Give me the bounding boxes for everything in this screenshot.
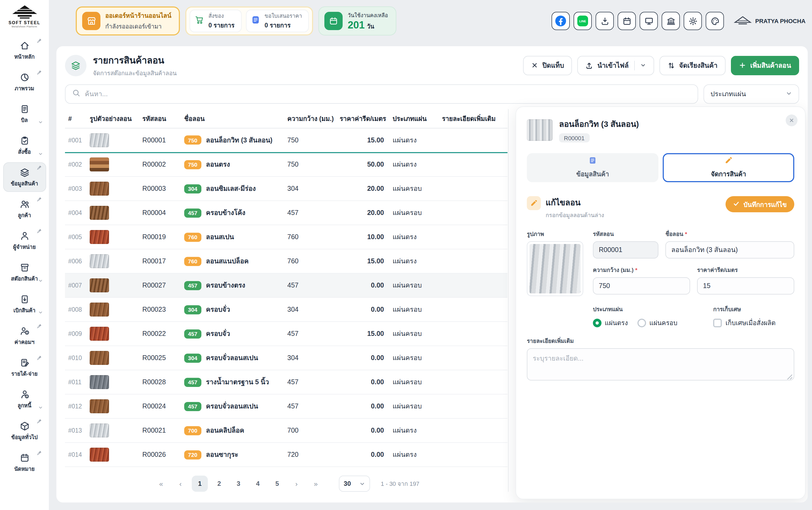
required-mark: * [685,231,687,237]
scrap-checkbox[interactable]: เก็บเศษเมื่อสั่งผลิต [713,318,776,328]
stock-icon [19,262,30,273]
table-row[interactable]: #009R00022457ครอบจั่ว45715.00แผ่นครอบ [65,322,508,346]
search-input[interactable] [85,90,691,98]
close-panel-button[interactable] [786,114,798,126]
pin-icon[interactable] [37,70,41,75]
product-details [439,176,508,201]
sort-products-button[interactable]: จัดเรียงสินค้า [659,56,725,75]
quotation-card[interactable]: ขอใบเสนอราคา 0 รายการ [246,10,309,32]
sidebar-item-stock[interactable]: สต๊อกสินค้า [3,257,46,287]
table-row[interactable]: #012R00024457ครอบจั่วลอนสเปน4570.00แผ่นค… [65,394,508,418]
table-row[interactable]: #001R00001750ลอนล็อกวิท (3 สันลอน)75015.… [65,128,508,152]
pin-icon[interactable] [37,228,41,233]
table-row[interactable]: #006R00017760ลอนสแนปล็อค76015.00แผ่นตรง [65,249,508,273]
sheet-type-radio-2[interactable]: แผ่นครอบ [637,318,678,328]
chevron-down-icon[interactable] [640,62,646,68]
storefront-icon [82,12,100,30]
days-remaining-card: วันใช้งานคงเหลือ 201 วัน [319,6,396,35]
product-image-preview[interactable] [527,241,583,296]
pin-icon[interactable] [37,419,41,423]
previous-page-button[interactable]: ‹ [172,476,188,492]
product-code: R00026 [139,443,181,467]
page-button[interactable]: 3 [231,476,246,492]
product-price: 50.00 [331,152,389,176]
facebook-button[interactable] [552,12,570,30]
search-box[interactable] [65,84,698,104]
sidebar-item-customers[interactable]: ลูกค้า [3,194,46,224]
user-name: PRATYA PHOCHA [755,18,806,24]
theme-button[interactable] [706,12,724,30]
online-orders-subtitle: กำลังรอออเดอร์เข้ามา [105,22,171,31]
details-field: รายละเอียดเพิ่มเติม [527,336,794,382]
pin-icon[interactable] [37,38,41,43]
add-product-button[interactable]: เพิ่มสินค้าลอน [731,56,799,75]
settings-button[interactable] [684,12,702,30]
pin-icon[interactable] [37,450,41,455]
last-page-button[interactable]: » [308,476,324,492]
resize-handle-icon[interactable] [787,374,792,379]
monitor-button[interactable] [640,12,658,30]
sidebar-item-bills[interactable]: บิล [3,99,46,129]
sidebar-item-home[interactable]: หน้าหลัก [3,35,46,65]
pin-icon[interactable] [37,197,41,201]
table-row[interactable]: #002R00002750ลอนตรง75050.00แผ่นตรง [65,152,508,176]
pin-icon[interactable] [37,165,41,170]
calendar-button[interactable] [618,12,636,30]
sidebar-item-commission[interactable]: $ค่าคอมฯ [3,321,46,350]
product-code: R00003 [139,176,181,201]
table-row[interactable]: #003R00003304ลอนซิมเลส-มีร่อง30420.00แผ่… [65,176,508,201]
product-type: แผ่นตรง [389,249,439,273]
page-button[interactable]: 2 [211,476,227,492]
line-button[interactable]: LINE [574,12,592,30]
document-icon [589,157,597,167]
sidebar-item-suppliers[interactable]: ผู้จำหน่าย [3,226,46,255]
user-chip[interactable]: PRATYA PHOCHA [734,15,806,27]
sheet-type-radio-1[interactable]: แผ่นตรง [593,318,628,328]
table-row[interactable]: #008R00023304ครอบจั่ว3040.00แผ่นครอบ [65,298,508,322]
sidebar-item-purchase[interactable]: สั่งซื้อ [3,131,46,160]
row-number: #005 [65,225,87,249]
table-row[interactable]: #005R00019760ลอนสเปน76010.00แผ่นตรง [65,225,508,249]
pin-icon[interactable] [37,323,41,328]
sidebar-item-withdraw[interactable]: เบิกสินค้า [3,289,46,319]
download-button[interactable] [596,12,614,30]
table-row[interactable]: #011R00028457รางน้ำมาตรฐาน 5 นิ้ว4570.00… [65,370,508,394]
sheet-type-filter[interactable]: ประเภทแผ่น [703,84,799,104]
table-row[interactable]: #010R00025304ครอบจั่วลอนสเปน3040.00แผ่นค… [65,346,508,370]
sidebar-item-debtors[interactable]: $ลูกหนี้ [3,384,46,414]
quotation-doc-icon [250,15,260,27]
next-page-button[interactable]: › [289,476,304,492]
page-button[interactable]: 4 [250,476,266,492]
sidebar-item-overview[interactable]: ภาพรวม [3,67,46,97]
first-page-button[interactable]: « [153,476,169,492]
sidebar-item-general-info[interactable]: ข้อมูลทั่วไป [3,416,46,446]
page-size-select[interactable]: 30 [339,476,370,492]
table-row[interactable]: #007R00027457ครอบข้างตรง4570.00แผ่นครอบ [65,273,508,298]
table-row[interactable]: #013R00021700ลอนคลิปล็อค7000.00แผ่นตรง [65,418,508,443]
purchase-orders-card[interactable]: สั่งของ 0 รายการ [189,10,241,32]
tab-manage-product[interactable]: จัดการสินค้า [663,153,794,182]
tab-product-info[interactable]: ข้อมูลสินค้า [527,153,658,182]
table-row[interactable]: #014R00026720ลอนซากุระ7200.00แผ่นตรง [65,443,508,467]
name-input[interactable] [665,241,794,258]
table-row[interactable]: #004R00004457ครอบข้างโค้ง45720.00แผ่นครอ… [65,201,508,225]
close-tab-button[interactable]: ปิดแท็บ [523,56,572,75]
code-input[interactable] [593,241,658,258]
pin-icon[interactable] [37,355,41,360]
row-number: #014 [65,443,87,467]
days-remaining-title: วันใช้งานคงเหลือ [348,11,388,19]
save-edit-button[interactable]: บันทึกการแก้ไข [726,196,794,212]
price-input[interactable] [697,277,794,294]
product-details [439,249,508,273]
page-button[interactable]: 5 [269,476,285,492]
bank-button[interactable] [662,12,680,30]
details-textarea[interactable] [527,348,794,380]
sidebar-item-appointments[interactable]: นัดหมาย [3,448,46,477]
sidebar-item-income-expense[interactable]: รายได้-จ่าย [3,352,46,382]
width-input[interactable] [593,277,690,294]
product-price: 20.00 [331,176,389,201]
page-button[interactable]: 1 [192,476,208,492]
online-orders-card[interactable]: ออเดอร์หน้าร้านออนไลน์ กำลังรอออเดอร์เข้… [76,6,180,35]
sidebar-item-products[interactable]: ข้อมูลสินค้า [3,162,46,192]
import-file-button[interactable]: นำเข้าไฟล์ [578,56,654,75]
